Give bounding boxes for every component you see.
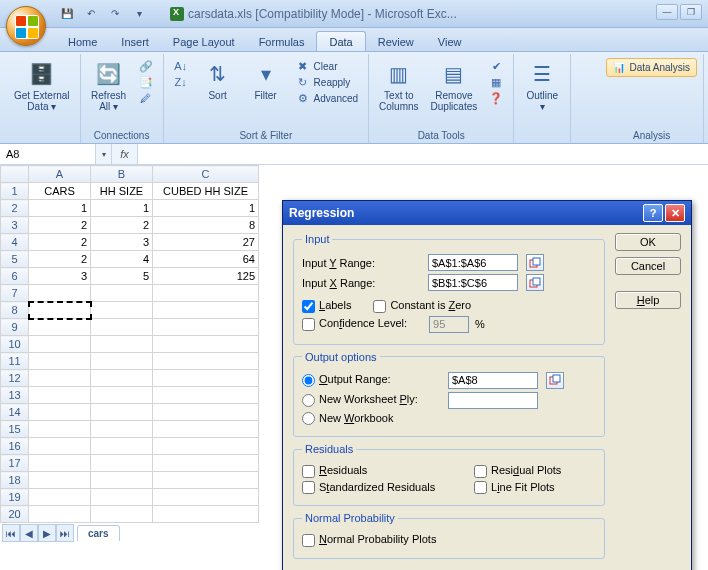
col-header-A[interactable]: A: [29, 166, 91, 183]
cell[interactable]: [29, 336, 91, 353]
sheet-tab[interactable]: cars: [77, 525, 120, 541]
cell[interactable]: [91, 336, 153, 353]
ok-button[interactable]: OK: [615, 233, 681, 251]
cell[interactable]: [29, 489, 91, 506]
ref-x-button[interactable]: [526, 274, 544, 291]
cell[interactable]: [29, 421, 91, 438]
cell[interactable]: [153, 421, 259, 438]
cell[interactable]: [91, 404, 153, 421]
confidence-checkbox[interactable]: [302, 318, 315, 331]
clear-filter-button[interactable]: ✖Clear: [292, 58, 362, 74]
minimize-button[interactable]: —: [656, 4, 678, 20]
cancel-button[interactable]: Cancel: [615, 257, 681, 275]
cell[interactable]: [153, 472, 259, 489]
cell[interactable]: 2: [29, 217, 91, 234]
row-header-3[interactable]: 3: [1, 217, 29, 234]
filter-button[interactable]: ▾ Filter: [244, 58, 288, 103]
tab-formulas[interactable]: Formulas: [247, 32, 317, 51]
cell[interactable]: 5: [91, 268, 153, 285]
save-button[interactable]: 💾: [56, 3, 78, 25]
cell[interactable]: [29, 506, 91, 523]
row-header-7[interactable]: 7: [1, 285, 29, 302]
cell[interactable]: 1: [91, 200, 153, 217]
residual-plots-checkbox[interactable]: [474, 465, 487, 478]
cell[interactable]: [153, 319, 259, 336]
row-header-19[interactable]: 19: [1, 489, 29, 506]
row-header-15[interactable]: 15: [1, 421, 29, 438]
cell[interactable]: [153, 370, 259, 387]
cell[interactable]: [91, 302, 153, 319]
dialog-help-icon[interactable]: ?: [643, 204, 663, 222]
row-header-2[interactable]: 2: [1, 200, 29, 217]
col-header-C[interactable]: C: [153, 166, 259, 183]
cell[interactable]: [153, 489, 259, 506]
sort-za-button[interactable]: Z↓: [170, 74, 192, 90]
qat-customize-button[interactable]: ▾: [128, 3, 150, 25]
new-sheet-input[interactable]: [448, 392, 538, 409]
dialog-title-bar[interactable]: Regression ? ✕: [283, 201, 691, 225]
cell[interactable]: [153, 506, 259, 523]
cell[interactable]: 64: [153, 251, 259, 268]
restore-button[interactable]: ❐: [680, 4, 702, 20]
cell[interactable]: [29, 319, 91, 336]
ref-y-button[interactable]: [526, 254, 544, 271]
residuals-checkbox[interactable]: [302, 465, 315, 478]
cell[interactable]: [91, 472, 153, 489]
cell[interactable]: 3: [29, 268, 91, 285]
tab-view[interactable]: View: [426, 32, 474, 51]
cell[interactable]: [153, 285, 259, 302]
row-header-5[interactable]: 5: [1, 251, 29, 268]
cell[interactable]: 125: [153, 268, 259, 285]
cell[interactable]: [29, 404, 91, 421]
cell[interactable]: 2: [29, 234, 91, 251]
row-header-1[interactable]: 1: [1, 183, 29, 200]
cell[interactable]: [29, 438, 91, 455]
help-button[interactable]: Help: [615, 291, 681, 309]
row-header-14[interactable]: 14: [1, 404, 29, 421]
cell[interactable]: [91, 370, 153, 387]
dialog-close-button[interactable]: ✕: [665, 204, 685, 222]
cell[interactable]: 1: [29, 200, 91, 217]
cell[interactable]: [91, 506, 153, 523]
cell[interactable]: [91, 455, 153, 472]
row-header-6[interactable]: 6: [1, 268, 29, 285]
get-external-data-button[interactable]: 🗄️ Get External Data ▾: [10, 58, 74, 114]
row-header-13[interactable]: 13: [1, 387, 29, 404]
tab-page-layout[interactable]: Page Layout: [161, 32, 247, 51]
normal-prob-checkbox[interactable]: [302, 534, 315, 547]
cell[interactable]: [29, 387, 91, 404]
cell[interactable]: [91, 387, 153, 404]
reapply-button[interactable]: ↻Reapply: [292, 74, 362, 90]
ref-output-button[interactable]: [546, 372, 564, 389]
tab-review[interactable]: Review: [366, 32, 426, 51]
sheet-nav-next[interactable]: ▶: [38, 524, 56, 542]
new-workbook-radio[interactable]: [302, 412, 315, 425]
cell[interactable]: [153, 302, 259, 319]
consolidate-button[interactable]: ▦: [485, 74, 507, 90]
edit-links-button[interactable]: 🖉: [135, 90, 157, 106]
cell[interactable]: [29, 285, 91, 302]
advanced-button[interactable]: ⚙Advanced: [292, 90, 362, 106]
row-header-10[interactable]: 10: [1, 336, 29, 353]
tab-insert[interactable]: Insert: [109, 32, 161, 51]
name-box-dropdown[interactable]: ▾: [96, 144, 112, 164]
row-header-11[interactable]: 11: [1, 353, 29, 370]
office-button[interactable]: [6, 6, 46, 46]
row-header-16[interactable]: 16: [1, 438, 29, 455]
refresh-all-button[interactable]: 🔄 Refresh All ▾: [87, 58, 131, 114]
tab-home[interactable]: Home: [56, 32, 109, 51]
data-validation-button[interactable]: ✔: [485, 58, 507, 74]
outline-button[interactable]: ☰ Outline ▾: [520, 58, 564, 114]
redo-button[interactable]: ↷: [104, 3, 126, 25]
cell[interactable]: CARS: [29, 183, 91, 200]
cell[interactable]: [29, 353, 91, 370]
cell[interactable]: [29, 472, 91, 489]
cell[interactable]: [153, 387, 259, 404]
cell[interactable]: [29, 370, 91, 387]
std-residuals-checkbox[interactable]: [302, 481, 315, 494]
output-range-radio[interactable]: [302, 374, 315, 387]
cell[interactable]: [91, 489, 153, 506]
col-header-B[interactable]: B: [91, 166, 153, 183]
data-analysis-button[interactable]: 📊 Data Analysis: [606, 58, 697, 77]
sheet-nav-prev[interactable]: ◀: [20, 524, 38, 542]
